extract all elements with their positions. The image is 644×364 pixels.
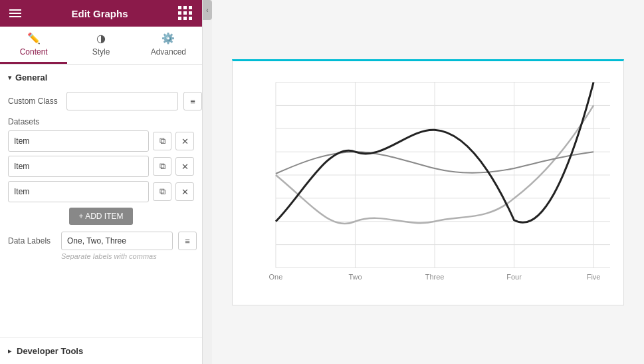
x-label-two: Two bbox=[348, 273, 362, 281]
custom-class-label: Custom Class bbox=[8, 96, 61, 106]
dataset-delete-1[interactable]: ✕ bbox=[175, 132, 194, 150]
custom-class-row: Custom Class ≡ bbox=[8, 92, 194, 110]
dataset-input-2[interactable] bbox=[8, 156, 149, 177]
collapse-handle[interactable]: ‹ bbox=[203, 0, 212, 20]
dataset-item-1: ⧉ ✕ bbox=[8, 130, 194, 152]
data-labels-row: Data Labels ≡ bbox=[8, 232, 194, 250]
dev-tools-label: Developer Tools bbox=[17, 346, 83, 356]
x-label-three: Three bbox=[425, 273, 445, 281]
tab-content-label: Content bbox=[20, 47, 48, 57]
dataset-item-3: ⧉ ✕ bbox=[8, 181, 194, 202]
dataset-input-1[interactable] bbox=[8, 130, 149, 152]
data-labels-input[interactable] bbox=[61, 232, 173, 250]
dev-tools-arrow-icon: ▸ bbox=[8, 347, 11, 355]
hamburger-icon[interactable] bbox=[9, 9, 21, 17]
data-labels-hint: Separate labels with commas bbox=[61, 252, 194, 260]
tab-style[interactable]: ◑ Style bbox=[67, 27, 134, 64]
dataset-item-2: ⧉ ✕ bbox=[8, 156, 194, 177]
general-arrow-icon: ▾ bbox=[8, 74, 11, 81]
chart-container: 80 70 60 50 40 30 20 10 0 bbox=[232, 59, 624, 305]
sidebar-header: Edit Graphs bbox=[0, 0, 202, 27]
tab-style-label: Style bbox=[92, 47, 110, 57]
general-section-header[interactable]: ▾ General bbox=[8, 73, 194, 83]
dataset-delete-2[interactable]: ✕ bbox=[175, 157, 194, 176]
dataset-copy-2[interactable]: ⧉ bbox=[153, 157, 171, 176]
add-item-button[interactable]: + ADD ITEM bbox=[69, 208, 132, 225]
datasets-section: Datasets ⧉ ✕ ⧉ ✕ ⧉ ✕ + ADD ITEM bbox=[8, 117, 194, 225]
style-tab-icon: ◑ bbox=[96, 32, 106, 45]
data-labels-label: Data Labels bbox=[8, 236, 56, 246]
developer-tools-section[interactable]: ▸ Developer Tools bbox=[0, 337, 202, 364]
grid-lines bbox=[276, 82, 610, 268]
main-area: 80 70 60 50 40 30 20 10 0 bbox=[212, 0, 644, 364]
dataset-copy-3[interactable]: ⧉ bbox=[153, 182, 171, 201]
x-label-four: Four bbox=[506, 273, 522, 281]
sidebar-title: Edit Graphs bbox=[71, 8, 128, 19]
x-label-five: Five bbox=[587, 273, 601, 281]
x-label-one: One bbox=[269, 273, 283, 281]
dataset-input-3[interactable] bbox=[8, 181, 149, 202]
chart-svg: 80 70 60 50 40 30 20 10 0 bbox=[266, 72, 610, 285]
tab-advanced-label: Advanced bbox=[151, 47, 186, 57]
custom-class-input[interactable] bbox=[66, 92, 178, 110]
datasets-label: Datasets bbox=[8, 117, 194, 126]
dataset-delete-3[interactable]: ✕ bbox=[175, 182, 194, 201]
general-section-label: General bbox=[15, 73, 47, 83]
sidebar-content: ▾ General Custom Class ≡ Datasets ⧉ ✕ ⧉ … bbox=[0, 65, 202, 337]
content-tab-icon: ✏️ bbox=[27, 32, 41, 45]
tab-advanced[interactable]: ⚙️ Advanced bbox=[135, 27, 202, 64]
grid-icon[interactable] bbox=[178, 6, 193, 21]
data-labels-list-button[interactable]: ≡ bbox=[178, 232, 197, 250]
tab-content[interactable]: ✏️ Content bbox=[0, 27, 67, 64]
add-item-button-label: + ADD ITEM bbox=[78, 212, 123, 221]
advanced-tab-icon: ⚙️ bbox=[161, 32, 175, 45]
sidebar-tabs: ✏️ Content ◑ Style ⚙️ Advanced bbox=[0, 27, 202, 65]
dataset-copy-1[interactable]: ⧉ bbox=[153, 132, 171, 150]
custom-class-list-button[interactable]: ≡ bbox=[183, 92, 202, 110]
